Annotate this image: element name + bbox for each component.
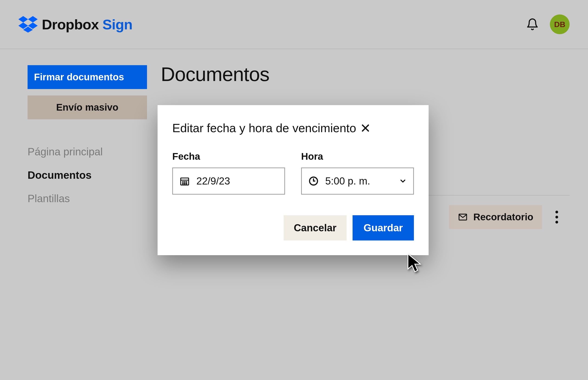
page-title: Documentos [161,63,570,86]
bulk-send-button[interactable]: Envío masivo [28,95,147,119]
mail-icon [458,212,468,222]
svg-point-12 [186,182,187,182]
sidebar-item-home[interactable]: Página principal [28,140,147,163]
brand[interactable]: Dropbox Sign [18,16,132,33]
row-actions: Recordatorio [449,205,560,229]
date-value: 22/9/23 [196,175,230,187]
modal-fields: Fecha 22/9/23 Hor [172,151,414,195]
clock-icon [308,176,319,186]
modal-title: Editar fecha y hora de vencimiento [172,121,356,135]
cancel-button[interactable]: Cancelar [284,215,346,241]
date-label: Fecha [172,151,285,162]
dropbox-logo-icon [18,16,38,33]
header-right: DB [526,15,570,34]
sign-documents-button[interactable]: Firmar documentos [28,65,147,89]
chevron-down-icon [399,177,407,185]
svg-point-10 [182,182,183,182]
sidebar: Firmar documentos Envío masivo Página pr… [28,65,147,210]
cursor-icon [406,252,423,273]
modal-header: Editar fecha y hora de vencimiento [172,121,414,135]
date-field: Fecha 22/9/23 [172,151,285,195]
sidebar-item-templates[interactable]: Plantillas [28,187,147,210]
brand-dropbox: Dropbox [42,17,99,32]
time-select[interactable]: 5:00 p. m. [301,168,414,195]
date-input[interactable]: 22/9/23 [172,168,285,195]
edit-expiration-modal: Editar fecha y hora de vencimiento Fecha [158,105,429,255]
sidebar-item-documents[interactable]: Documentos [28,163,147,187]
svg-marker-1 [28,16,38,22]
modal-actions: Cancelar Guardar [172,215,414,241]
reminder-button[interactable]: Recordatorio [449,205,542,229]
time-field: Hora 5:00 p. m. [301,151,414,195]
time-value: 5:00 p. m. [325,175,370,187]
more-actions-icon[interactable] [553,208,560,226]
app-header: Dropbox Sign DB [0,0,588,49]
svg-point-14 [184,183,185,184]
notifications-icon[interactable] [526,18,539,31]
close-icon[interactable] [360,123,370,133]
save-button[interactable]: Guardar [353,215,414,241]
svg-point-13 [182,183,183,184]
avatar-initials: DB [554,20,565,29]
time-label: Hora [301,151,414,162]
reminder-label: Recordatorio [473,211,533,223]
brand-sign: Sign [102,17,132,32]
svg-marker-0 [18,16,28,22]
svg-point-11 [184,182,185,182]
calendar-icon [179,176,190,186]
avatar[interactable]: DB [550,15,570,34]
svg-point-15 [186,183,187,184]
brand-name: Dropbox Sign [42,16,132,33]
